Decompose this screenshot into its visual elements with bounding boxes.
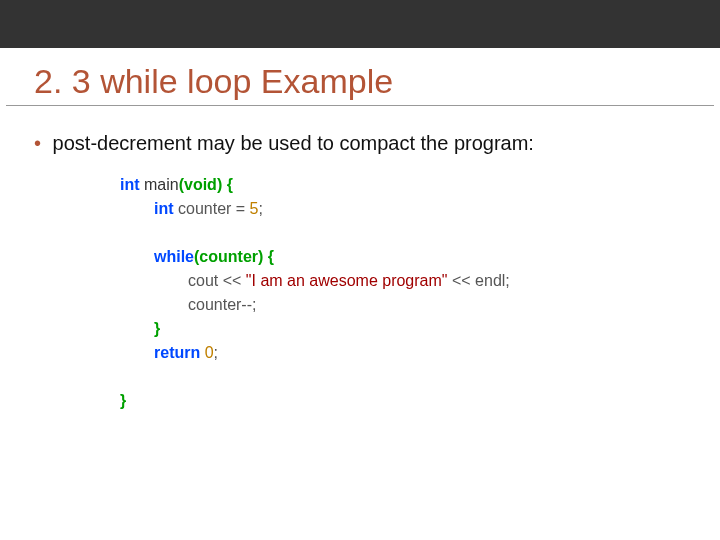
top-bar (0, 0, 720, 48)
semicolon: ; (259, 200, 263, 217)
brace-close: } (120, 392, 126, 409)
brace-open: { (263, 248, 274, 265)
code-line: return 0; (120, 341, 720, 365)
blank-line (120, 365, 720, 389)
bullet-text: post-decrement may be used to compact th… (53, 132, 534, 154)
semicolon: ; (214, 344, 218, 361)
bullet-icon: • (34, 132, 41, 154)
code-text: cout << (188, 272, 246, 289)
code-text: << endl; (448, 272, 510, 289)
string-literal: "I am an awesome program" (246, 272, 448, 289)
code-text: counter = (174, 200, 250, 217)
code-line: int counter = 5; (120, 197, 720, 221)
kw-int: int (154, 200, 174, 217)
code-line: while(counter) { (120, 245, 720, 269)
number-literal: 5 (250, 200, 259, 217)
code-line: } (120, 389, 720, 413)
kw-while: while (154, 248, 194, 265)
slide-title: 2. 3 while loop Example (6, 48, 714, 106)
kw-return: return (154, 344, 200, 361)
blank-line (120, 221, 720, 245)
code-line: } (120, 317, 720, 341)
paren-void: (void) (179, 176, 223, 193)
bullet-line: • post-decrement may be used to compact … (0, 106, 720, 155)
number-literal: 0 (205, 344, 214, 361)
paren-counter: (counter) (194, 248, 263, 265)
code-text: counter--; (188, 296, 256, 313)
code-line: counter--; (120, 293, 720, 317)
brace-close: } (154, 320, 160, 337)
fn-main: main (140, 176, 179, 193)
brace-open: { (222, 176, 233, 193)
code-line: cout << "I am an awesome program" << end… (120, 269, 720, 293)
code-line: int main(void) { (120, 173, 720, 197)
code-block: int main(void) { int counter = 5; while(… (0, 155, 720, 413)
kw-int: int (120, 176, 140, 193)
